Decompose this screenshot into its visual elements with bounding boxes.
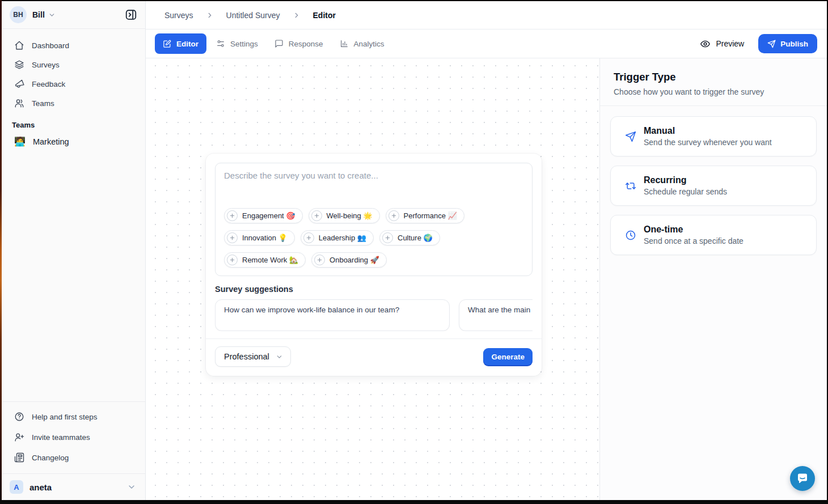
sidebar-item-label: Surveys — [32, 61, 60, 69]
trigger-option-text: One-time Send once at a specific date — [644, 225, 743, 245]
sidebar-item-label: Invite teammates — [32, 433, 90, 442]
main-column: Surveys Untitled Survey Editor Editor — [146, 1, 827, 500]
trigger-option-text: Recurring Schedule regular sends — [644, 175, 727, 196]
option-description: Schedule regular sends — [644, 187, 727, 196]
clock-icon — [625, 230, 636, 241]
tab-editor[interactable]: Editor — [155, 33, 206, 54]
sidebar-item-label: Help and first steps — [32, 413, 98, 421]
topic-chip-label: Innovation 💡 — [242, 234, 288, 242]
app-window: BH Bill Dashboard Surveys — [2, 1, 827, 500]
breadcrumb-surveys[interactable]: Surveys — [164, 11, 193, 20]
sidebar-item-dashboard[interactable]: Dashboard — [9, 36, 138, 55]
sidebar: BH Bill Dashboard Surveys — [2, 1, 146, 500]
send-icon — [625, 131, 636, 142]
sidebar-item-help[interactable]: Help and first steps — [9, 406, 138, 427]
topic-chip-label: Remote Work 🏡 — [242, 256, 298, 264]
repeat-icon — [625, 180, 636, 192]
chevron-down-icon — [276, 353, 283, 361]
chevron-down-icon — [127, 482, 136, 492]
editor-canvas[interactable]: Engagement 🎯 Well-being 🌟 Performance 📈 — [146, 58, 599, 500]
help-circle-icon — [14, 412, 24, 422]
tab-response[interactable]: Response — [268, 33, 330, 54]
sidebar-item-label: Feedback — [32, 80, 65, 88]
topic-chip-culture[interactable]: Culture 🌍 — [379, 230, 440, 245]
topic-chips: Engagement 🎯 Well-being 🌟 Performance 📈 — [224, 208, 523, 268]
chat-launcher-button[interactable] — [790, 466, 815, 491]
sidebar-item-surveys[interactable]: Surveys — [9, 55, 138, 74]
publish-label: Publish — [780, 40, 808, 48]
option-description: Send the survey whenever you want — [644, 138, 772, 147]
suggestion-card[interactable]: How can we improve work-life balance in … — [215, 299, 450, 331]
user-avatar: A — [10, 480, 23, 494]
plus-icon — [227, 232, 238, 243]
publish-button[interactable]: Publish — [758, 34, 817, 53]
plus-icon — [382, 232, 393, 243]
plus-icon — [388, 210, 399, 221]
topic-chip-performance[interactable]: Performance 📈 — [386, 208, 464, 223]
layers-icon — [14, 60, 24, 70]
team-label: Marketing — [33, 137, 69, 146]
survey-composer-card: Engagement 🎯 Well-being 🌟 Performance 📈 — [206, 154, 542, 376]
topic-chip-label: Onboarding 🚀 — [329, 256, 379, 264]
plus-icon — [227, 210, 238, 221]
sidebar-item-label: Changelog — [32, 454, 69, 462]
collapse-sidebar-button[interactable] — [124, 7, 138, 22]
sidebar-item-marketing[interactable]: 🧑‍💻 Marketing — [9, 132, 138, 152]
breadcrumb-untitled-survey[interactable]: Untitled Survey — [226, 11, 280, 20]
home-icon — [14, 40, 24, 50]
survey-description-input[interactable] — [224, 171, 523, 202]
tone-select[interactable]: Professional — [215, 346, 291, 367]
trigger-option-recurring[interactable]: Recurring Schedule regular sends — [610, 166, 817, 206]
workspace-name: Bill — [32, 10, 45, 19]
user-menu[interactable]: A aneta — [2, 474, 145, 500]
bar-chart-icon — [340, 39, 349, 48]
breadcrumb-editor: Editor — [313, 11, 336, 20]
suggestions-row: How can we improve work-life balance in … — [215, 299, 533, 331]
chat-bubble-icon — [796, 472, 809, 485]
topic-chip-innovation[interactable]: Innovation 💡 — [224, 230, 295, 245]
plus-icon — [311, 210, 322, 221]
sidebar-item-invite[interactable]: Invite teammates — [9, 427, 138, 447]
trigger-option-manual[interactable]: Manual Send the survey whenever you want — [610, 116, 817, 156]
newspaper-icon — [14, 452, 24, 463]
trigger-option-one-time[interactable]: One-time Send once at a specific date — [610, 215, 817, 255]
sidebar-item-label: Dashboard — [32, 41, 69, 50]
panel-subtitle: Choose how you want to trigger the surve… — [614, 87, 813, 96]
sidebar-item-changelog[interactable]: Changelog — [9, 447, 138, 468]
suggestion-card[interactable]: What are the main ob — [459, 299, 533, 331]
eye-icon — [700, 39, 711, 49]
sidebar-item-feedback[interactable]: Feedback — [9, 74, 138, 94]
plus-icon — [314, 255, 325, 265]
topic-chip-label: Engagement 🎯 — [242, 211, 295, 220]
topic-chip-leadership[interactable]: Leadership 👥 — [301, 230, 374, 245]
chevron-right-icon — [206, 11, 214, 19]
preview-button[interactable]: Preview — [700, 39, 744, 49]
chevron-down-icon — [48, 11, 56, 19]
option-description: Send once at a specific date — [644, 236, 743, 245]
workspace-switcher[interactable]: BH Bill — [2, 1, 145, 28]
users-icon — [14, 98, 24, 108]
topic-chip-label: Leadership 👥 — [319, 234, 366, 242]
chevron-right-icon — [293, 11, 301, 19]
trigger-option-text: Manual Send the survey whenever you want — [644, 126, 772, 147]
pencil-square-icon — [163, 40, 171, 48]
option-title: Recurring — [644, 175, 727, 185]
topic-chip-label: Culture 🌍 — [398, 234, 433, 242]
topic-chip-onboarding[interactable]: Onboarding 🚀 — [311, 252, 387, 268]
sidebar-item-teams[interactable]: Teams — [9, 94, 138, 113]
topic-chip-label: Performance 📈 — [404, 211, 457, 220]
message-square-icon — [274, 39, 284, 48]
topic-chip-remote-work[interactable]: Remote Work 🏡 — [224, 252, 306, 268]
topic-chip-engagement[interactable]: Engagement 🎯 — [224, 208, 303, 223]
topic-chip-wellbeing[interactable]: Well-being 🌟 — [309, 208, 380, 223]
tab-label: Response — [289, 40, 323, 48]
trigger-panel-header: Trigger Type Choose how you want to trig… — [600, 58, 827, 106]
workspace-avatar: BH — [10, 6, 27, 23]
tone-value: Professional — [224, 352, 269, 361]
prompt-box: Engagement 🎯 Well-being 🌟 Performance 📈 — [215, 163, 533, 276]
tab-analytics[interactable]: Analytics — [333, 33, 391, 54]
sidebar-footer-nav: Help and first steps Invite teammates Ch… — [2, 402, 145, 473]
generate-button[interactable]: Generate — [483, 348, 533, 365]
panel-title: Trigger Type — [614, 71, 813, 83]
tab-settings[interactable]: Settings — [209, 33, 265, 54]
